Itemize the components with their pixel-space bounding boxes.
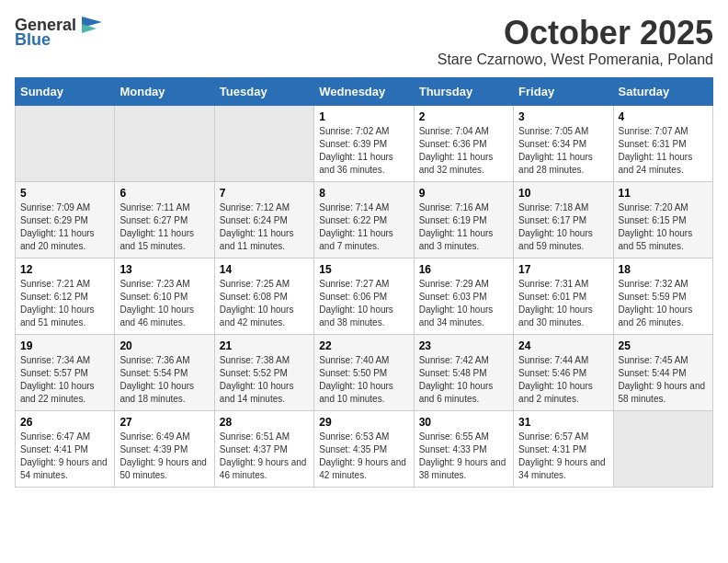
calendar-cell (16, 105, 115, 181)
day-number: 18 (619, 263, 708, 276)
day-info: Sunrise: 7:02 AM Sunset: 6:39 PM Dayligh… (319, 125, 408, 177)
day-number: 11 (619, 187, 708, 200)
day-info: Sunrise: 6:51 AM Sunset: 4:37 PM Dayligh… (220, 431, 309, 482)
day-info: Sunrise: 7:27 AM Sunset: 6:06 PM Dayligh… (319, 278, 408, 329)
day-number: 13 (119, 263, 209, 276)
day-header-saturday: Saturday (613, 77, 712, 105)
week-row-5: 26Sunrise: 6:47 AM Sunset: 4:41 PM Dayli… (16, 410, 713, 487)
calendar-cell: 15Sunrise: 7:27 AM Sunset: 6:06 PM Dayli… (314, 258, 414, 334)
day-info: Sunrise: 7:04 AM Sunset: 6:36 PM Dayligh… (419, 125, 508, 177)
calendar-cell: 22Sunrise: 7:40 AM Sunset: 5:50 PM Dayli… (314, 334, 414, 410)
day-info: Sunrise: 7:16 AM Sunset: 6:19 PM Dayligh… (419, 201, 508, 253)
day-info: Sunrise: 6:47 AM Sunset: 4:41 PM Dayligh… (20, 431, 109, 482)
day-number: 25 (619, 339, 708, 352)
day-number: 31 (518, 416, 608, 429)
day-number: 24 (518, 339, 608, 352)
days-header-row: SundayMondayTuesdayWednesdayThursdayFrid… (16, 77, 713, 105)
day-header-sunday: Sunday (16, 77, 115, 105)
calendar-cell: 5Sunrise: 7:09 AM Sunset: 6:29 PM Daylig… (16, 181, 115, 258)
day-number: 19 (20, 339, 109, 352)
day-number: 7 (220, 187, 309, 200)
day-number: 29 (319, 416, 408, 429)
day-number: 10 (518, 187, 608, 200)
calendar-cell: 3Sunrise: 7:05 AM Sunset: 6:34 PM Daylig… (514, 105, 613, 181)
day-number: 20 (119, 339, 209, 352)
day-info: Sunrise: 7:45 AM Sunset: 5:44 PM Dayligh… (619, 354, 708, 406)
day-info: Sunrise: 7:32 AM Sunset: 5:59 PM Dayligh… (619, 278, 708, 329)
calendar-cell: 31Sunrise: 6:57 AM Sunset: 4:31 PM Dayli… (514, 410, 613, 487)
calendar-cell: 12Sunrise: 7:21 AM Sunset: 6:12 PM Dayli… (16, 258, 115, 334)
calendar-cell: 26Sunrise: 6:47 AM Sunset: 4:41 PM Dayli… (16, 410, 115, 487)
day-number: 2 (419, 110, 508, 123)
day-info: Sunrise: 7:44 AM Sunset: 5:46 PM Dayligh… (518, 354, 608, 406)
day-info: Sunrise: 7:20 AM Sunset: 6:15 PM Dayligh… (619, 201, 708, 253)
calendar-cell: 7Sunrise: 7:12 AM Sunset: 6:24 PM Daylig… (214, 181, 313, 258)
day-header-monday: Monday (115, 77, 214, 105)
day-number: 3 (518, 110, 608, 123)
week-row-4: 19Sunrise: 7:34 AM Sunset: 5:57 PM Dayli… (16, 334, 713, 410)
page-header: General Blue October 2025 Stare Czarnowo… (15, 15, 713, 68)
calendar-cell: 8Sunrise: 7:14 AM Sunset: 6:22 PM Daylig… (314, 181, 414, 258)
calendar-cell (214, 105, 313, 181)
day-number: 28 (220, 416, 309, 429)
calendar-cell: 11Sunrise: 7:20 AM Sunset: 6:15 PM Dayli… (613, 181, 712, 258)
calendar-cell: 16Sunrise: 7:29 AM Sunset: 6:03 PM Dayli… (414, 258, 513, 334)
calendar-cell (613, 410, 712, 487)
day-number: 12 (20, 263, 109, 276)
day-info: Sunrise: 7:18 AM Sunset: 6:17 PM Dayligh… (518, 201, 608, 253)
page-subtitle: Stare Czarnowo, West Pomerania, Poland (438, 52, 713, 68)
calendar-cell: 1Sunrise: 7:02 AM Sunset: 6:39 PM Daylig… (314, 105, 414, 181)
day-number: 6 (119, 187, 209, 200)
day-header-thursday: Thursday (414, 77, 513, 105)
calendar-cell: 29Sunrise: 6:53 AM Sunset: 4:35 PM Dayli… (314, 410, 414, 487)
calendar-cell: 20Sunrise: 7:36 AM Sunset: 5:54 PM Dayli… (115, 334, 214, 410)
calendar-cell: 28Sunrise: 6:51 AM Sunset: 4:37 PM Dayli… (214, 410, 313, 487)
day-info: Sunrise: 6:57 AM Sunset: 4:31 PM Dayligh… (518, 431, 608, 482)
calendar-cell: 30Sunrise: 6:55 AM Sunset: 4:33 PM Dayli… (414, 410, 513, 487)
calendar-cell: 9Sunrise: 7:16 AM Sunset: 6:19 PM Daylig… (414, 181, 513, 258)
day-number: 8 (319, 187, 408, 200)
day-info: Sunrise: 7:14 AM Sunset: 6:22 PM Dayligh… (319, 201, 408, 253)
day-number: 9 (419, 187, 508, 200)
day-number: 22 (319, 339, 408, 352)
day-info: Sunrise: 6:55 AM Sunset: 4:33 PM Dayligh… (419, 431, 508, 482)
calendar-cell: 27Sunrise: 6:49 AM Sunset: 4:39 PM Dayli… (115, 410, 214, 487)
day-header-wednesday: Wednesday (314, 77, 414, 105)
day-number: 26 (20, 416, 109, 429)
day-info: Sunrise: 7:25 AM Sunset: 6:08 PM Dayligh… (220, 278, 309, 329)
day-number: 14 (220, 263, 309, 276)
calendar-cell: 21Sunrise: 7:38 AM Sunset: 5:52 PM Dayli… (214, 334, 313, 410)
logo-blue-text: Blue (15, 31, 104, 48)
day-info: Sunrise: 7:21 AM Sunset: 6:12 PM Dayligh… (20, 278, 109, 329)
calendar-cell: 17Sunrise: 7:31 AM Sunset: 6:01 PM Dayli… (514, 258, 613, 334)
calendar-cell: 4Sunrise: 7:07 AM Sunset: 6:31 PM Daylig… (613, 105, 712, 181)
day-number: 5 (20, 187, 109, 200)
day-number: 23 (419, 339, 508, 352)
day-info: Sunrise: 7:12 AM Sunset: 6:24 PM Dayligh… (220, 201, 309, 253)
day-header-tuesday: Tuesday (214, 77, 313, 105)
day-number: 17 (518, 263, 608, 276)
calendar-cell: 19Sunrise: 7:34 AM Sunset: 5:57 PM Dayli… (16, 334, 115, 410)
day-info: Sunrise: 7:42 AM Sunset: 5:48 PM Dayligh… (419, 354, 508, 406)
day-info: Sunrise: 7:38 AM Sunset: 5:52 PM Dayligh… (220, 354, 309, 406)
calendar-cell: 10Sunrise: 7:18 AM Sunset: 6:17 PM Dayli… (514, 181, 613, 258)
day-info: Sunrise: 6:53 AM Sunset: 4:35 PM Dayligh… (319, 431, 408, 482)
week-row-3: 12Sunrise: 7:21 AM Sunset: 6:12 PM Dayli… (16, 258, 713, 334)
title-block: October 2025 Stare Czarnowo, West Pomera… (438, 15, 713, 68)
calendar-cell: 24Sunrise: 7:44 AM Sunset: 5:46 PM Dayli… (514, 334, 613, 410)
day-info: Sunrise: 7:05 AM Sunset: 6:34 PM Dayligh… (518, 125, 608, 177)
calendar-cell: 18Sunrise: 7:32 AM Sunset: 5:59 PM Dayli… (613, 258, 712, 334)
day-number: 15 (319, 263, 408, 276)
week-row-2: 5Sunrise: 7:09 AM Sunset: 6:29 PM Daylig… (16, 181, 713, 258)
day-number: 27 (119, 416, 209, 429)
calendar-cell: 14Sunrise: 7:25 AM Sunset: 6:08 PM Dayli… (214, 258, 313, 334)
day-info: Sunrise: 7:23 AM Sunset: 6:10 PM Dayligh… (119, 278, 209, 329)
day-info: Sunrise: 7:34 AM Sunset: 5:57 PM Dayligh… (20, 354, 109, 406)
week-row-1: 1Sunrise: 7:02 AM Sunset: 6:39 PM Daylig… (16, 105, 713, 181)
day-number: 21 (220, 339, 309, 352)
day-info: Sunrise: 7:31 AM Sunset: 6:01 PM Dayligh… (518, 278, 608, 329)
day-header-friday: Friday (514, 77, 613, 105)
day-info: Sunrise: 7:29 AM Sunset: 6:03 PM Dayligh… (419, 278, 508, 329)
calendar-cell: 23Sunrise: 7:42 AM Sunset: 5:48 PM Dayli… (414, 334, 513, 410)
day-number: 30 (419, 416, 508, 429)
